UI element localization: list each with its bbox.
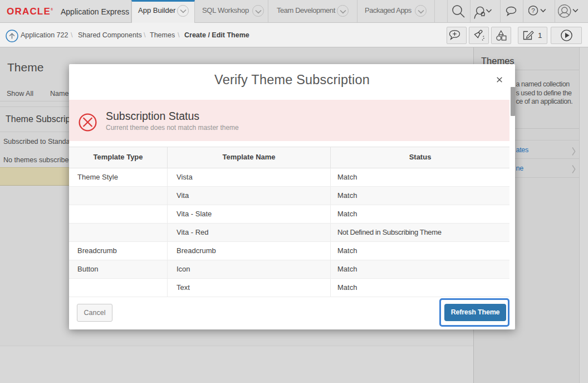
svg-text:?: ? — [531, 7, 535, 14]
